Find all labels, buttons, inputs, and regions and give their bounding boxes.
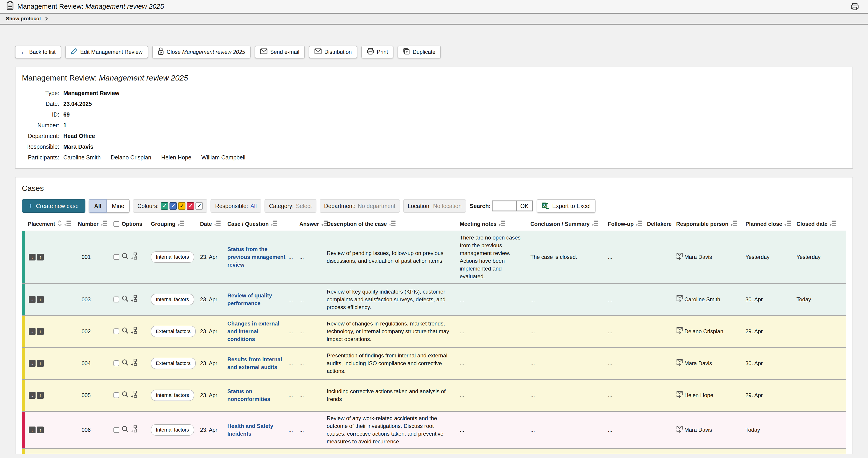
send-mail-icon[interactable] <box>676 391 683 400</box>
colour-checkbox[interactable]: ✓ <box>178 202 185 210</box>
edit-review-button[interactable]: Edit Management Review <box>65 46 148 58</box>
row-checkbox[interactable] <box>114 361 119 366</box>
send-email-button[interactable]: Send e-mail <box>255 46 305 58</box>
copy-case-icon[interactable] <box>131 327 138 336</box>
print-button[interactable]: Print <box>361 46 394 58</box>
row-checkbox[interactable] <box>114 328 119 334</box>
responsible-filter[interactable]: Responsible: All <box>211 199 261 213</box>
column-filter-icon[interactable] <box>178 220 184 228</box>
distribution-button[interactable]: Distribution <box>309 46 357 58</box>
copy-case-icon[interactable] <box>131 391 138 400</box>
grouping-cell: Internal factors <box>148 387 197 404</box>
column-filter-icon[interactable] <box>636 220 642 228</box>
magnifier-icon[interactable] <box>122 295 128 304</box>
show-protocol-link[interactable]: Show protocol <box>0 14 868 25</box>
magnifier-icon[interactable] <box>122 426 128 434</box>
select-all-checkbox[interactable] <box>114 221 119 227</box>
send-mail-icon[interactable] <box>676 425 683 435</box>
case-link[interactable]: Status from the previous management revi… <box>227 246 287 269</box>
case-expand-ellipsis[interactable]: ... <box>288 253 293 261</box>
copy-case-icon[interactable] <box>131 359 138 368</box>
move-down-button[interactable]: ↓ <box>29 360 35 367</box>
column-filter-icon[interactable] <box>592 220 598 228</box>
colour-checkbox[interactable]: ✓ <box>161 202 168 210</box>
responsible-person-name: Caroline Smith <box>684 295 720 303</box>
column-filter-icon[interactable] <box>389 220 396 228</box>
case-link[interactable]: Changes in external and internal conditi… <box>227 320 287 343</box>
case-expand-ellipsis[interactable]: ... <box>288 392 293 399</box>
create-new-case-button[interactable]: + Create new case <box>22 199 86 213</box>
export-to-excel-button[interactable]: X Export to Excel <box>537 199 595 213</box>
sort-icon[interactable] <box>57 220 62 228</box>
column-header-label: Case / Question <box>227 221 269 227</box>
department-filter-value[interactable]: No department <box>358 203 395 209</box>
copy-case-icon[interactable] <box>131 295 138 304</box>
row-checkbox[interactable] <box>114 296 119 303</box>
copy-case-icon[interactable] <box>131 425 138 435</box>
grouping-pill: Internal factors <box>151 294 194 305</box>
colour-checkbox[interactable]: ✓ <box>187 202 194 210</box>
case-link[interactable]: Status on nonconformities <box>227 388 287 403</box>
case-link[interactable]: Review of quality performance <box>227 292 287 307</box>
row-checkbox[interactable] <box>114 427 119 433</box>
move-down-button[interactable]: ↓ <box>29 296 35 303</box>
send-mail-icon[interactable] <box>676 295 683 304</box>
column-filter-icon[interactable] <box>271 220 277 228</box>
search-ok-button[interactable]: OK <box>516 201 532 210</box>
scope-mine-button[interactable]: Mine <box>107 199 130 213</box>
responsible-filter-value[interactable]: All <box>250 203 257 209</box>
duplicate-button[interactable]: Duplicate <box>398 46 441 58</box>
magnifier-icon[interactable] <box>122 253 128 262</box>
move-down-button[interactable]: ↓ <box>29 328 35 335</box>
pencil-icon <box>71 48 78 56</box>
case-expand-ellipsis[interactable]: ... <box>288 295 293 303</box>
case-expand-ellipsis[interactable]: ... <box>288 360 293 367</box>
back-to-list-button[interactable]: ← Back to list <box>15 46 61 58</box>
case-link[interactable]: Results from internal and external audit… <box>227 355 287 371</box>
move-up-button[interactable]: ↑ <box>37 360 44 367</box>
send-mail-icon[interactable] <box>676 359 683 368</box>
magnifier-icon[interactable] <box>122 327 128 336</box>
case-link[interactable]: Health and Safety Incidents <box>227 422 287 438</box>
row-checkbox[interactable] <box>114 254 119 260</box>
move-up-button[interactable]: ↑ <box>37 296 44 303</box>
scope-all-button[interactable]: All <box>89 199 107 213</box>
location-filter-value[interactable]: No location <box>433 203 462 209</box>
case-expand-ellipsis[interactable]: ... <box>288 327 293 335</box>
department-filter[interactable]: Department: No department <box>320 199 400 213</box>
move-down-button[interactable]: ↓ <box>29 392 35 399</box>
column-filter-icon[interactable] <box>64 220 71 228</box>
copy-case-icon[interactable] <box>131 253 138 262</box>
colour-checkbox[interactable]: ✓ <box>195 202 203 210</box>
colour-checkbox[interactable]: ✓ <box>169 202 177 210</box>
column-filter-icon[interactable] <box>499 220 505 228</box>
category-filter[interactable]: Category: Select <box>265 199 316 213</box>
column-header-label: Planned close <box>745 221 782 227</box>
send-mail-icon[interactable] <box>676 327 683 336</box>
move-down-button[interactable]: ↓ <box>29 254 35 260</box>
magnifier-icon[interactable] <box>122 391 128 400</box>
column-filter-icon[interactable] <box>731 220 737 228</box>
grouping-pill: Internal factors <box>151 390 194 401</box>
move-up-button[interactable]: ↑ <box>37 328 44 335</box>
row-checkbox[interactable] <box>114 392 119 398</box>
column-filter-icon[interactable] <box>830 220 836 228</box>
magnifier-icon[interactable] <box>122 359 128 368</box>
category-filter-value[interactable]: Select <box>296 203 312 209</box>
send-mail-icon[interactable] <box>676 253 683 262</box>
column-filter-icon[interactable] <box>101 220 107 228</box>
case-expand-ellipsis[interactable]: ... <box>288 426 293 434</box>
responsible-person-cell: Caroline Smith <box>674 292 743 307</box>
location-filter[interactable]: Location: No location <box>403 199 466 213</box>
column-filter-icon[interactable] <box>784 220 791 228</box>
move-up-button[interactable]: ↑ <box>37 254 44 260</box>
print-page-icon[interactable] <box>851 3 859 12</box>
search-input[interactable] <box>493 201 516 210</box>
column-filter-icon[interactable] <box>214 220 220 228</box>
move-up-button[interactable]: ↑ <box>37 427 44 433</box>
description-cell: Including corrective actions taken and a… <box>324 385 457 406</box>
move-down-button[interactable]: ↓ <box>29 427 35 433</box>
case-date: 23. Apr <box>197 423 225 436</box>
move-up-button[interactable]: ↑ <box>37 392 44 399</box>
close-review-button[interactable]: Close Management review 2025 <box>152 46 251 58</box>
